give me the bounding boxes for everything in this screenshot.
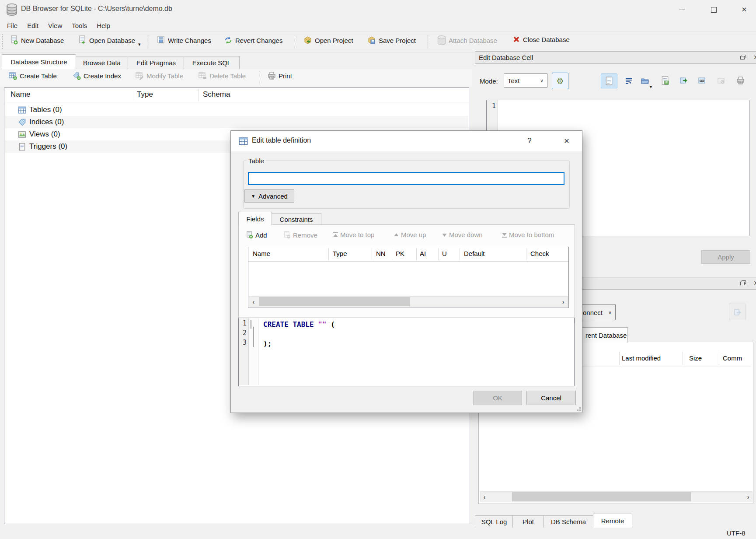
edit-cell-dock-title: Edit Database Cell <box>479 54 533 61</box>
edit-table-definition-dialog: Edit table definition ? ✕ Table ▼ Advanc… <box>230 130 582 413</box>
dock-float-icon[interactable] <box>738 279 748 287</box>
col-u[interactable]: U <box>442 250 447 257</box>
col-name[interactable]: Name <box>253 250 270 257</box>
delete-table-button[interactable]: Delete Table <box>196 70 248 82</box>
tab-database-structure[interactable]: Database Structure <box>2 54 76 69</box>
col-check[interactable]: Check <box>530 250 549 257</box>
tree-header-type[interactable]: Type <box>137 90 153 99</box>
identity-combobox-text: onnect <box>583 309 603 316</box>
sql-preview-text[interactable]: CREATE TABLE "" ( ); <box>263 320 335 349</box>
column-last-modified[interactable]: Last modified <box>622 354 661 362</box>
dock-close-icon[interactable]: ✕ <box>751 53 756 62</box>
open-in-app-icon-button[interactable] <box>694 74 709 88</box>
dialog-resize-grip[interactable] <box>575 406 581 411</box>
print-button[interactable]: Print <box>265 70 295 82</box>
export-data-icon-button[interactable] <box>676 74 691 88</box>
encoding-indicator[interactable]: UTF-8 <box>727 529 746 537</box>
print-cell-icon-button[interactable] <box>733 74 748 88</box>
attach-database-button[interactable]: Attach Database <box>435 34 500 47</box>
create-index-button[interactable]: Create Index <box>70 70 124 82</box>
dialog-titlebar: Edit table definition ? ✕ <box>231 131 582 151</box>
toolbar-separator <box>149 35 149 49</box>
minimize-button[interactable] <box>673 4 691 16</box>
mode-combobox[interactable]: Text ∨ <box>504 74 547 88</box>
table-name-input[interactable] <box>248 172 564 185</box>
col-nn[interactable]: NN <box>376 250 386 257</box>
set-null-icon-button[interactable] <box>714 74 728 88</box>
remote-horizontal-scrollbar[interactable]: ‹ › <box>480 491 753 502</box>
link-icon <box>698 77 706 85</box>
col-default[interactable]: Default <box>464 250 485 257</box>
advanced-toggle-button[interactable]: ▼ Advanced <box>244 189 294 203</box>
dock-close-icon[interactable]: ✕ <box>751 279 756 287</box>
tree-header-name[interactable]: Name <box>10 90 30 99</box>
menu-edit[interactable]: Edit <box>23 21 43 30</box>
import-data-icon-button[interactable]: ▾ <box>638 74 652 88</box>
col-type[interactable]: Type <box>333 250 347 257</box>
auto-switch-mode-button[interactable]: ⚙ <box>552 73 568 89</box>
scroll-left-icon[interactable]: ‹ <box>481 492 488 502</box>
dialog-close-button[interactable]: ✕ <box>559 134 575 147</box>
col-pk[interactable]: PK <box>396 250 404 257</box>
add-field-button[interactable]: Add <box>246 231 267 239</box>
dialog-title: Edit table definition <box>252 136 311 144</box>
tab-execute-sql[interactable]: Execute SQL <box>184 56 240 69</box>
menu-help[interactable]: Help <box>92 21 115 30</box>
open-project-button[interactable]: Open Project <box>301 34 356 47</box>
close-database-button[interactable]: Close Database <box>510 34 572 45</box>
column-size[interactable]: Size <box>689 354 702 362</box>
scroll-right-icon[interactable]: › <box>744 492 752 502</box>
fields-tab[interactable]: Fields <box>238 212 272 225</box>
menu-tools[interactable]: Tools <box>67 21 91 30</box>
push-database-icon-button[interactable] <box>729 304 746 320</box>
remove-field-button[interactable]: Remove <box>283 231 317 239</box>
scrollbar-thumb[interactable] <box>512 492 691 501</box>
move-down-button[interactable]: Move down <box>442 231 483 238</box>
menu-view[interactable]: View <box>44 21 66 30</box>
save-project-button[interactable]: Save Project <box>365 34 418 47</box>
text-mode-icon-button[interactable] <box>601 74 617 88</box>
set-null-icon <box>717 77 725 85</box>
close-window-button[interactable]: ✕ <box>735 4 753 16</box>
ok-button[interactable]: OK <box>473 391 522 405</box>
tab-plot[interactable]: Plot <box>512 515 544 528</box>
create-table-button[interactable]: Create Table <box>6 70 59 82</box>
open-database-dropdown-arrow[interactable]: ▾ <box>138 42 141 47</box>
col-ai[interactable]: AI <box>420 250 426 257</box>
tab-sql-log[interactable]: SQL Log <box>475 515 513 528</box>
move-to-top-button[interactable]: Move to top <box>333 231 374 238</box>
dock-float-icon[interactable] <box>738 53 748 62</box>
tab-db-schema[interactable]: DB Schema <box>543 515 594 528</box>
toolbar-drag-handle[interactable] <box>2 34 3 49</box>
menu-file[interactable]: File <box>3 21 22 30</box>
move-up-button[interactable]: Move up <box>394 231 426 238</box>
tree-header-schema[interactable]: Schema <box>203 90 230 99</box>
tree-item-indices[interactable]: Indices (0) <box>5 116 468 128</box>
word-wrap-icon-button[interactable] <box>622 74 636 88</box>
fold-marker-icon[interactable] <box>251 320 251 329</box>
open-database-button[interactable]: Open Database <box>75 34 138 47</box>
mode-label: Mode: <box>480 77 498 85</box>
tab-edit-pragmas[interactable]: Edit Pragmas <box>128 56 185 69</box>
dialog-help-button[interactable]: ? <box>522 134 537 147</box>
column-comment[interactable]: Comm <box>723 354 742 362</box>
write-changes-button[interactable]: Write Changes <box>154 34 214 47</box>
tab-remote[interactable]: Remote <box>593 514 632 528</box>
scroll-left-icon[interactable]: ‹ <box>249 297 258 307</box>
tab-browse-data[interactable]: Browse Data <box>75 56 129 69</box>
save-data-icon-button[interactable] <box>658 74 672 88</box>
constraints-tab[interactable]: Constraints <box>271 213 321 225</box>
fields-grid-scrollbar[interactable]: ‹ › <box>249 296 568 307</box>
move-to-bottom-button[interactable]: Move to bottom <box>502 231 554 238</box>
scroll-right-icon[interactable]: › <box>559 297 568 307</box>
modify-table-button[interactable]: Modify Table <box>133 70 186 82</box>
scrollbar-thumb[interactable] <box>259 297 410 306</box>
open-project-icon <box>303 35 312 45</box>
maximize-button[interactable] <box>705 4 722 16</box>
tree-item-tables[interactable]: Tables (0) <box>5 104 468 116</box>
apply-button[interactable]: Apply <box>701 250 750 264</box>
move-up-icon <box>394 232 399 238</box>
cancel-button[interactable]: Cancel <box>526 391 576 405</box>
new-database-button[interactable]: New Database <box>7 34 66 47</box>
revert-changes-button[interactable]: Revert Changes <box>221 34 285 47</box>
